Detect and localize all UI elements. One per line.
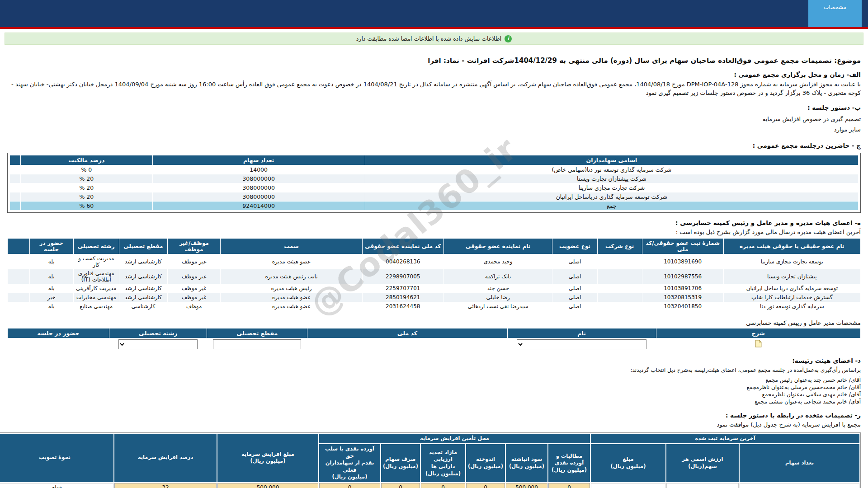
cell-field: مهندسی مخابرات: [73, 293, 119, 302]
cell-reg-number: 10320401850: [642, 302, 723, 311]
column-header: اندوخته (میلیون ریال): [466, 444, 505, 482]
cell-expander: [10, 201, 21, 210]
cell-expander: [10, 165, 21, 174]
column-header: سمت: [221, 238, 362, 254]
cell-amount: 1,540,000: [591, 483, 665, 488]
cell-presence: خیر: [29, 293, 73, 302]
cell-field: مدیریت کارآفرینی: [73, 284, 119, 293]
column-header: نوع عضویت: [552, 238, 597, 254]
table-row: توسعه تجارت مجازی سارینا 10103891690 اصل…: [8, 254, 861, 269]
ceo-name-select[interactable]: [517, 339, 646, 349]
table-header-row: نام عضو حقیقی یا حقوقی هیئت مدیره شمارۀ …: [8, 238, 861, 254]
table-row: گسترش خدمات ارتباطات کارا شاپ 1032081531…: [8, 293, 861, 302]
cell-expander: [10, 174, 21, 183]
table-row: شرکت پیشتازان تجارت ویستا 308000000 20 %: [10, 174, 859, 183]
cell-company-type: [597, 293, 642, 302]
group-header-registered-capital: آخرین سرمایه ثبت شده: [591, 434, 859, 444]
cell-retained: 500,000: [506, 483, 547, 488]
cell-rep-national-id: 0040268136: [362, 254, 443, 269]
cell-membership-type: اصلی: [552, 284, 597, 293]
chair-member-line: آقای/ خانم محمدحسین مرسلی به‌عنوان ناظرم…: [7, 384, 861, 391]
column-header: مبلغ افزایش سرمایه (میلیون ریال): [217, 434, 318, 482]
board-members-table: نام عضو حقیقی یا حقوقی هیئت مدیره شمارۀ …: [7, 238, 861, 311]
section-d-intro: براساس رأی‌گیری به‌عمل‌آمده در جلسه مجمع…: [7, 366, 861, 374]
cell-waiver: 0: [319, 483, 380, 488]
column-header: نوع شرکت: [597, 238, 642, 254]
signature-match-notice: i اطلاعات نمایش داده شده با اطلاعات امضا…: [5, 33, 863, 45]
column-header: کد ملی: [307, 328, 507, 338]
table-row: شرکت تجارت مجازی سارینا 308000000 20 %: [10, 183, 859, 192]
cell-representative: حسن جند: [443, 284, 552, 293]
cell-degree: کارشناسی ارشد: [119, 269, 167, 284]
tab-specifications[interactable]: مشخصات: [808, 0, 862, 27]
cell-reg-number: 10320815319: [642, 293, 723, 302]
table-row: توسعه سرمایه گذاری دریا ساحل ایرانیان 10…: [8, 284, 861, 293]
cell-shareholder-name: جمع: [365, 201, 858, 210]
cell-presence: بله: [29, 254, 73, 269]
chair-member-line: آقای/ خانم حسن جند به‌عنوان رئیس مجمع: [7, 376, 861, 384]
cell-shareholder-name: شرکت تجارت مجازی سارینا: [365, 183, 858, 192]
ceo-input-row: [8, 338, 861, 350]
total-row: جمع 924014000 60 %: [10, 201, 859, 210]
cell-degree: کارشناسی ارشد: [119, 293, 167, 302]
cell-rep-national-id: 2031624458: [362, 302, 443, 311]
shareholders-table: اسامی سهامداران تعداد سهام درصد مالکیت ش…: [9, 155, 859, 211]
column-header: تعداد سهام: [152, 155, 365, 165]
cell-member: گسترش خدمات ارتباطات کارا شاپ: [723, 293, 860, 302]
section-e-subtitle: آخرین اعضای هیئت مدیره درسال مالی مورد گ…: [7, 229, 861, 235]
column-header: مبلغ (میلیون ریال): [591, 444, 665, 482]
cell-position: نایب رئیس هیئت مدیره: [221, 269, 362, 284]
attachment-icon[interactable]: [755, 340, 762, 347]
column-header: شمارۀ ثبت عضو حقوقی/کد ملی: [642, 238, 723, 254]
cell-description: [656, 338, 860, 350]
cell-member: پیشتازان تجارت ویستا: [723, 269, 860, 284]
column-header: نحوۀ تصویب: [0, 434, 113, 482]
section-c-title: ج - حاضرین درجلسه مجمع عمومی :: [7, 142, 861, 149]
cell-rep-national-id: 2850194621: [362, 293, 443, 302]
cell-expander: [10, 192, 21, 201]
cell-representative: رضا خلیلی: [443, 293, 552, 302]
column-header: شرح: [656, 328, 860, 338]
cell-national-id: [307, 338, 507, 350]
cell-shares: 14000: [152, 165, 365, 174]
column-header: موظف/غیر موظف: [167, 238, 220, 254]
section-r-title: ر- تصمیمات متخذه در رابطه با دستور جلسه …: [7, 412, 861, 419]
column-header: مقطع تحصیلی: [207, 328, 307, 338]
info-icon: i: [505, 35, 512, 42]
ceo-table: شرح نام کد ملی مقطع تحصیلی رشته تحصیلی ح…: [7, 328, 861, 351]
column-header: مطالبات و آورده نقدی (میلیون ریال): [548, 444, 590, 482]
cell-member: سرمایه گذاری توسعه نور دنا: [723, 302, 860, 311]
cell-revaluation: 0: [421, 483, 465, 488]
cell-company-type: [597, 254, 642, 269]
group-header-funding-source: محل تأمین افزایش سرمایه: [319, 434, 590, 444]
cell-degree: [207, 338, 307, 350]
cell-name: [507, 338, 656, 350]
cell-presence: بله: [29, 302, 73, 311]
section-a-title: الف- زمان و محل برگزاری مجمع عمومی :: [7, 71, 861, 78]
ceo-field-select[interactable]: [118, 339, 198, 349]
column-header: کد ملی نماینده عضو حقوقی: [362, 238, 443, 254]
column-header: رشته تحصیلی: [109, 328, 207, 338]
cell-duty: موظف: [167, 302, 220, 311]
agenda-item: سایر موارد: [7, 126, 861, 133]
cell-shares: 924014000: [152, 201, 365, 210]
column-header: مقطع تحصیلی: [119, 238, 167, 254]
cell-shareholder-name: شرکت سرمایه گذاری توسعه نور دنا(سهامی خا…: [365, 165, 858, 174]
cell-shares: 308000000: [152, 174, 365, 183]
cell-shares: 1,540,000,000: [740, 483, 859, 488]
ceo-degree-input[interactable]: [213, 339, 301, 349]
document-body: موضوع: تصمیمات مجمع عمومی فوق‌العاده صاح…: [0, 56, 868, 488]
cell-position: رئیس هیئت مدیره: [221, 284, 362, 293]
cell-rep-national-id: 2259707701: [362, 284, 443, 293]
cell-percent: 0 %: [21, 165, 152, 174]
cell-approval-type: قطعی: [0, 483, 113, 488]
cell-degree: کارشناسی ارشد: [119, 284, 167, 293]
notice-text: اطلاعات نمایش داده شده با اطلاعات امضا ش…: [356, 35, 501, 42]
column-header: آورده نقدی با سلب حق تقدم از سهامداران ف…: [319, 444, 380, 482]
cell-membership-type: اصلی: [552, 269, 597, 284]
cell-receivables: 0: [548, 483, 590, 488]
cell-duty: غیر موظف: [167, 254, 220, 269]
cell-field: مهندسی صنایع: [73, 302, 119, 311]
cell-reserve: 0: [466, 483, 505, 488]
cell-shareholder-name: شرکت پیشتازان تجارت ویستا: [365, 174, 858, 183]
